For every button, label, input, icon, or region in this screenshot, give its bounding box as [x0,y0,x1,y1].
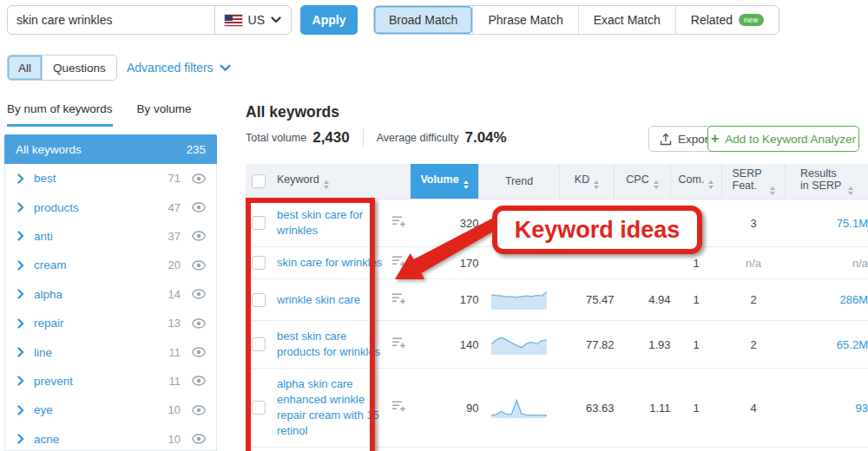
trend-sparkline [491,395,547,418]
sort-icon [594,180,599,189]
add-to-list-icon[interactable] [391,295,407,308]
sort-icon [464,180,469,189]
com-cell: 1 [671,321,722,369]
sidebar-group-item[interactable]: anti 37 [5,222,216,251]
cpc-cell: 1.93 [615,321,671,369]
volume-cell: 90 [411,369,479,448]
match-tab[interactable]: Broad Match [374,6,472,34]
com-cell: 1 [671,199,722,247]
region-selector[interactable]: US [214,6,291,34]
advanced-filters-link[interactable]: Advanced filters [127,61,231,75]
trend-sparkline [491,332,547,355]
keywords-table: Keyword Volume Trend KD CPC Com. SERP Fe… [246,164,868,451]
add-to-list-icon[interactable] [391,402,407,415]
serp-features-cell: 2 [722,279,786,321]
results-link[interactable]: 75.1M [837,217,868,230]
eye-icon[interactable] [192,260,206,271]
sidebar-group-item[interactable]: alpha 14 [5,280,216,309]
col-keyword[interactable]: Keyword [272,164,388,199]
sidebar-group-item[interactable]: eye 10 [5,395,216,424]
match-tab[interactable]: Related new [675,6,779,34]
match-tab[interactable]: Phrase Match [472,6,577,34]
table-row: alpha skin care enhanced wrinkle repair … [246,369,868,448]
cpc-cell [615,199,671,247]
eye-icon[interactable] [192,434,206,444]
serp-features-cell: 3 [722,199,786,247]
kd-cell [560,247,615,279]
results-link[interactable]: 93 [856,402,868,415]
table-row: anti wrinkle skin care routine 90 77.18 … [246,448,868,451]
sidebar-all-keywords[interactable]: All keywords 235 [4,134,217,164]
match-tab[interactable]: Exact Match [578,6,675,34]
sort-icon [770,186,775,195]
eye-icon[interactable] [192,173,206,184]
row-checkbox[interactable] [252,293,266,307]
results-link[interactable]: 65.2M [837,338,868,351]
serp-features-cell: 2 [722,321,786,369]
eye-icon[interactable] [192,289,206,299]
row-checkbox[interactable] [252,401,266,415]
sidebar-group-item[interactable]: cream 20 [5,251,216,279]
keyword-search-box[interactable]: US [7,5,292,35]
add-to-keyword-analyzer-button[interactable]: + Add to Keyword Analyzer [707,126,859,152]
filter-all-button[interactable]: All [8,56,42,80]
tab-by-volume[interactable]: By volume [137,102,192,127]
sidebar-group-list: best 71 products 47 anti 37 cream 20 [5,164,216,451]
filter-questions-button[interactable]: Questions [42,56,116,80]
table-row: best skin care for wrinkles 320 1 3 75.1… [246,199,868,247]
add-to-list-icon[interactable] [391,339,407,352]
eye-icon[interactable] [192,376,206,386]
search-input[interactable] [8,6,214,34]
eye-icon[interactable] [192,318,206,329]
chevron-right-icon [17,231,24,241]
sidebar-group-item[interactable]: line 11 [5,337,216,366]
results-link[interactable]: n/a [852,257,868,270]
tab-by-num-of-keywords[interactable]: By num of keywords [7,102,113,127]
sort-icon [324,180,329,189]
col-results-in-serp[interactable]: Results in SERP [786,164,868,199]
kd-cell: 77.82 [560,321,615,369]
keyword-link[interactable]: best skin care products for wrinkles [272,329,388,360]
col-com[interactable]: Com. [671,164,722,199]
chevron-down-icon [271,16,281,23]
row-checkbox[interactable] [252,216,266,230]
col-volume[interactable]: Volume [411,164,479,199]
add-to-list-icon[interactable] [391,258,407,271]
row-checkbox[interactable] [252,256,266,270]
sidebar-group-item[interactable]: repair 13 [5,309,216,337]
sidebar-group-item[interactable]: acne 10 [5,425,216,451]
table-row: skin care for wrinkles 170 1 n/a n/a [246,247,868,279]
col-serp-features[interactable]: SERP Feat. [722,164,786,199]
chevron-right-icon [17,289,24,299]
add-to-list-icon[interactable] [391,218,407,231]
kd-cell [560,199,615,247]
export-icon [660,133,672,146]
keyword-link[interactable]: best skin care for wrinkles [272,207,388,239]
keyword-link[interactable]: skin care for wrinkles [272,255,388,271]
sidebar-group-item[interactable]: best 71 [5,164,216,193]
col-kd[interactable]: KD [560,164,615,199]
com-cell: 1 [671,247,722,279]
summary-stats: Total volume 2,430 Average difficulty 7.… [246,126,507,150]
select-all-checkbox[interactable] [252,174,266,188]
apply-button[interactable]: Apply [300,5,358,35]
serp-features-cell: 4 [722,369,786,448]
eye-icon[interactable] [192,347,206,357]
col-cpc[interactable]: CPC [615,164,671,199]
keyword-link[interactable]: wrinkle skin care [272,292,388,308]
avg-difficulty-value: 7.04% [464,129,506,147]
sort-icon [708,180,713,189]
eye-icon[interactable] [192,231,206,241]
eye-icon[interactable] [192,405,206,415]
row-checkbox[interactable] [252,337,266,351]
keyword-link[interactable]: alpha skin care enhanced wrinkle repair … [272,376,388,439]
eye-icon[interactable] [192,202,206,212]
cpc-cell: 1.11 [615,369,671,448]
total-volume-value: 2,430 [312,129,350,147]
sidebar-group-item[interactable]: prevent 11 [5,367,216,395]
volume-cell: 170 [411,247,479,279]
sidebar-tabs: By num of keywords By volume [7,102,192,127]
volume-cell: 170 [411,279,479,321]
sidebar-group-item[interactable]: products 47 [5,193,216,221]
results-link[interactable]: 286M [839,293,868,306]
